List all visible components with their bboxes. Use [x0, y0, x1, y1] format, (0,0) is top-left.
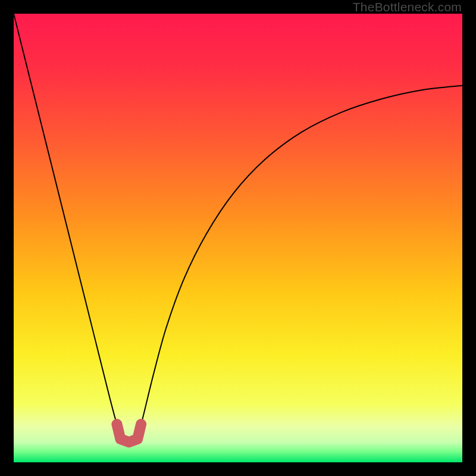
watermark-text: TheBottleneck.com [353, 0, 462, 14]
plot-background [14, 14, 462, 462]
svg-rect-0 [14, 14, 462, 462]
chart-frame: TheBottleneck.com [0, 0, 476, 476]
